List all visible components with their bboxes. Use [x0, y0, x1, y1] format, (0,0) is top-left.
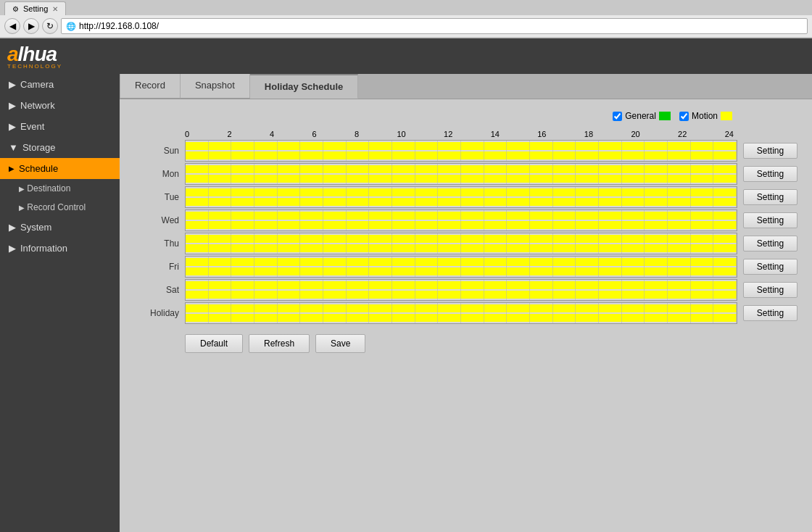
time-header: 0 2 4 6 8 10 12 14 16 18 20 22 24 [185, 130, 734, 138]
grid-lines-holiday [186, 303, 737, 323]
time-8: 8 [355, 130, 359, 138]
sidebar-label-camera: Camera [20, 79, 54, 90]
arrow-icon-event: ▶ [9, 121, 16, 132]
forward-button[interactable]: ▶ [23, 18, 39, 34]
day-bars-thu[interactable] [185, 233, 737, 254]
sidebar-item-destination[interactable]: ▶ Destination [0, 179, 120, 198]
address-bar[interactable]: 🌐 http://192.168.0.108/ [61, 18, 808, 34]
tab-record[interactable]: Record [120, 74, 181, 99]
day-rows-container: Sun Setting Mon Setting Tue Setti [134, 140, 798, 324]
day-row-sun: Sun Setting [134, 140, 798, 162]
setting-btn-wed[interactable]: Setting [743, 212, 798, 228]
sidebar-label-record-control: Record Control [27, 202, 86, 212]
arrow-icon-storage: ▼ [9, 142, 18, 153]
arrow-icon-information: ▶ [9, 243, 16, 254]
app-logo: alhua TECHNOLOGY [7, 43, 62, 70]
motion-label: Motion [692, 111, 718, 121]
day-bars-holiday[interactable] [185, 302, 737, 324]
sidebar-label-event: Event [20, 121, 44, 132]
setting-btn-tue[interactable]: Setting [743, 189, 798, 205]
tab-close-button[interactable]: ✕ [52, 5, 58, 13]
app: alhua TECHNOLOGY ▶ Camera ▶ Network ▶ Ev… [0, 38, 812, 532]
tab-bar: ⚙ Setting ✕ [0, 0, 812, 15]
grid-lines-thu [186, 233, 737, 254]
grid-lines-sun [186, 141, 737, 161]
browser-refresh-button[interactable]: ↻ [42, 18, 58, 34]
setting-btn-thu[interactable]: Setting [743, 236, 798, 252]
time-0: 0 [185, 130, 189, 138]
setting-btn-holiday[interactable]: Setting [743, 305, 798, 321]
time-20: 20 [631, 130, 639, 138]
sidebar-item-camera[interactable]: ▶ Camera [0, 74, 120, 95]
time-4: 4 [270, 130, 274, 138]
day-row-thu: Thu Setting [134, 233, 798, 254]
legend-general: General [613, 111, 671, 121]
day-bars-wed[interactable] [185, 209, 737, 231]
grid-lines-tue [186, 187, 737, 207]
browser-toolbar: ◀ ▶ ↻ 🌐 http://192.168.0.108/ [0, 15, 812, 38]
general-checkbox[interactable] [613, 112, 622, 121]
url-display: http://192.168.0.108/ [79, 21, 159, 31]
tab-snapshot[interactable]: Snapshot [181, 74, 250, 99]
tab-record-label: Record [135, 80, 165, 91]
arrow-icon-destination: ▶ [19, 185, 25, 193]
sidebar-label-storage: Storage [22, 142, 56, 153]
motion-checkbox[interactable] [679, 112, 689, 121]
tab-holiday-label: Holiday Schedule [265, 81, 343, 92]
day-bars-fri[interactable] [185, 256, 737, 278]
day-bars-tue[interactable] [185, 186, 737, 208]
action-buttons: Default Refresh Save [134, 334, 798, 353]
sidebar-item-event[interactable]: ▶ Event [0, 116, 120, 137]
time-12: 12 [444, 130, 452, 138]
day-label-mon: Mon [134, 169, 185, 179]
back-button[interactable]: ◀ [4, 18, 20, 34]
sidebar-label-schedule: Schedule [19, 163, 58, 174]
default-button[interactable]: Default [185, 334, 243, 353]
day-row-wed: Wed Setting [134, 209, 798, 231]
time-24: 24 [725, 130, 734, 138]
sidebar: ▶ Camera ▶ Network ▶ Event ▼ Storage ▶ S… [0, 74, 120, 532]
time-6: 6 [312, 130, 316, 138]
day-bars-mon[interactable] [185, 163, 737, 185]
setting-btn-sun[interactable]: Setting [743, 143, 798, 159]
grid-lines-sat [186, 280, 737, 300]
setting-btn-fri[interactable]: Setting [743, 259, 798, 275]
sidebar-item-information[interactable]: ▶ Information [0, 238, 120, 259]
day-row-fri: Fri Setting [134, 256, 798, 278]
day-bars-sat[interactable] [185, 279, 737, 301]
sidebar-item-schedule[interactable]: ▶ Schedule [0, 158, 120, 179]
browser-chrome: ⚙ Setting ✕ ◀ ▶ ↻ 🌐 http://192.168.0.108… [0, 0, 812, 38]
day-label-sat: Sat [134, 285, 185, 295]
main-content: Record Snapshot Holiday Schedule Gen [120, 74, 812, 532]
day-label-tue: Tue [134, 192, 185, 202]
day-row-sat: Sat Setting [134, 279, 798, 301]
time-18: 18 [584, 130, 593, 138]
setting-btn-sat[interactable]: Setting [743, 282, 798, 298]
day-bars-sun[interactable] [185, 140, 737, 162]
tabs-wrapper: Record Snapshot Holiday Schedule [120, 74, 812, 99]
tab-title: Setting [23, 4, 48, 13]
time-22: 22 [678, 130, 687, 138]
day-row-mon: Mon Setting [134, 163, 798, 185]
grid-lines-mon [186, 164, 737, 184]
legend-motion: Motion [679, 111, 732, 121]
browser-tab: ⚙ Setting ✕ [4, 1, 66, 15]
time-2: 2 [227, 130, 231, 138]
arrow-icon-system: ▶ [9, 222, 16, 233]
setting-btn-mon[interactable]: Setting [743, 166, 798, 182]
tab-snapshot-label: Snapshot [195, 80, 235, 91]
sidebar-item-network[interactable]: ▶ Network [0, 95, 120, 116]
sidebar-label-network: Network [20, 100, 55, 111]
app-logo-sub: TECHNOLOGY [7, 63, 62, 70]
sidebar-item-storage[interactable]: ▼ Storage [0, 137, 120, 158]
sidebar-item-record-control[interactable]: ▶ Record Control [0, 198, 120, 217]
arrow-icon-record-control: ▶ [19, 204, 25, 212]
sidebar-label-destination: Destination [27, 183, 70, 194]
refresh-button[interactable]: Refresh [249, 334, 310, 353]
tab-holiday-schedule[interactable]: Holiday Schedule [250, 74, 358, 99]
day-label-thu: Thu [134, 238, 185, 249]
tabs-bar: Record Snapshot Holiday Schedule [120, 74, 812, 99]
sidebar-item-system[interactable]: ▶ System [0, 217, 120, 238]
save-button[interactable]: Save [315, 334, 365, 353]
time-16: 16 [537, 130, 546, 138]
